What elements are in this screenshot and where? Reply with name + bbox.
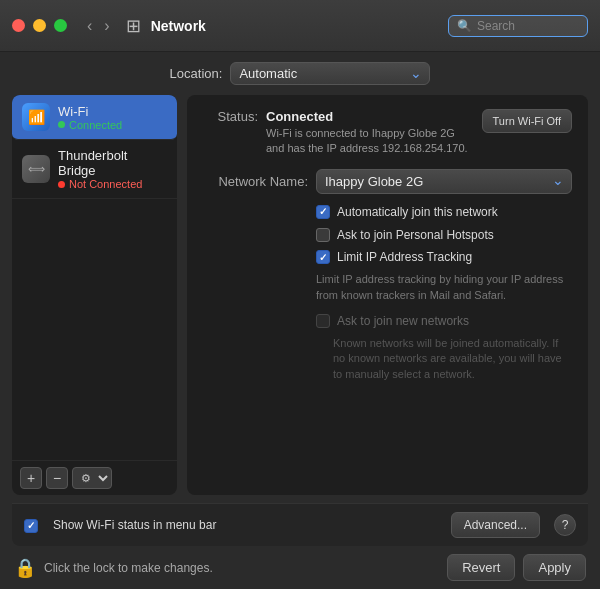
lock-icon[interactable]: 🔒 (14, 557, 36, 579)
wifi-status: Connected (58, 119, 122, 131)
show-wifi-checkbox[interactable] (24, 519, 38, 533)
limit-ip-label: Limit IP Address Tracking (337, 249, 472, 266)
gear-select[interactable]: ⚙ (72, 467, 112, 489)
location-label: Location: (170, 66, 223, 81)
turn-wifi-off-button[interactable]: Turn Wi-Fi Off (482, 109, 572, 133)
status-description: Wi-Fi is connected to Ihappy Globe 2G an… (266, 126, 474, 157)
window-controls (12, 19, 67, 32)
limit-ip-checkbox[interactable] (316, 250, 330, 264)
back-button[interactable]: ‹ (83, 15, 96, 37)
advanced-button[interactable]: Advanced... (451, 512, 540, 538)
close-button[interactable] (12, 19, 25, 32)
new-networks-label: Ask to join new networks (337, 313, 469, 330)
location-select[interactable]: Automatic (230, 62, 430, 85)
limit-ip-row: Limit IP Address Tracking (203, 249, 572, 266)
thunderbolt-status: Not Connected (58, 178, 167, 190)
limit-ip-description: Limit IP address tracking by hiding your… (203, 272, 572, 303)
status-label: Status: (203, 109, 258, 124)
search-box[interactable]: 🔍 (448, 15, 588, 37)
show-wifi-section: Show Wi-Fi status in menu bar Advanced..… (12, 503, 588, 546)
page-title: Network (151, 18, 448, 34)
apply-button[interactable]: Apply (523, 554, 586, 581)
remove-network-button[interactable]: − (46, 467, 68, 489)
lock-text: Click the lock to make changes. (44, 561, 439, 575)
title-bar: ‹ › ⊞ Network 🔍 (0, 0, 600, 52)
thunderbolt-icon: ⟺ (22, 155, 50, 183)
personal-hotspot-row: Ask to join Personal Hotspots (203, 227, 572, 244)
thunderbolt-name: Thunderbolt Bridge (58, 148, 167, 178)
status-value: Connected (266, 109, 474, 124)
minimize-button[interactable] (33, 19, 46, 32)
sidebar: 📶 Wi-Fi Connected ⟺ Thunderbolt Bridge (12, 95, 177, 495)
nav-arrows: ‹ › (83, 15, 114, 37)
personal-hotspot-label: Ask to join Personal Hotspots (337, 227, 494, 244)
status-dot-red (58, 181, 65, 188)
help-button[interactable]: ? (554, 514, 576, 536)
personal-hotspot-checkbox[interactable] (316, 228, 330, 242)
sidebar-footer: + − ⚙ (12, 460, 177, 495)
lock-bar: 🔒 Click the lock to make changes. Revert… (0, 546, 600, 589)
main-content: Location: Automatic 📶 Wi-Fi Connected (0, 52, 600, 589)
search-input[interactable] (477, 19, 579, 33)
network-name-row: Network Name: Ihappy Globe 2G (203, 169, 572, 194)
auto-join-row: Automatically join this network (203, 204, 572, 221)
new-networks-row: Ask to join new networks (203, 313, 572, 330)
new-networks-checkbox[interactable] (316, 314, 330, 328)
new-networks-description: Known networks will be joined automatica… (203, 336, 572, 382)
search-icon: 🔍 (457, 19, 472, 33)
add-network-button[interactable]: + (20, 467, 42, 489)
network-name-label: Network Name: (203, 174, 308, 189)
status-row: Status: Connected Wi-Fi is connected to … (203, 109, 572, 157)
auto-join-label: Automatically join this network (337, 204, 498, 221)
panel-area: 📶 Wi-Fi Connected ⟺ Thunderbolt Bridge (0, 95, 600, 503)
revert-button[interactable]: Revert (447, 554, 515, 581)
network-select-wrapper: Ihappy Globe 2G (316, 169, 572, 194)
sidebar-item-thunderbolt[interactable]: ⟺ Thunderbolt Bridge Not Connected (12, 140, 177, 199)
detail-panel: Status: Connected Wi-Fi is connected to … (187, 95, 588, 495)
show-wifi-label: Show Wi-Fi status in menu bar (53, 518, 216, 532)
network-name-select[interactable]: Ihappy Globe 2G (316, 169, 572, 194)
wifi-icon: 📶 (22, 103, 50, 131)
forward-button[interactable]: › (100, 15, 113, 37)
sidebar-item-wifi[interactable]: 📶 Wi-Fi Connected (12, 95, 177, 140)
auto-join-checkbox[interactable] (316, 205, 330, 219)
status-dot-green (58, 121, 65, 128)
maximize-button[interactable] (54, 19, 67, 32)
location-select-wrapper: Automatic (230, 62, 430, 85)
grid-icon[interactable]: ⊞ (126, 15, 141, 37)
wifi-name: Wi-Fi (58, 104, 122, 119)
location-bar: Location: Automatic (0, 52, 600, 95)
